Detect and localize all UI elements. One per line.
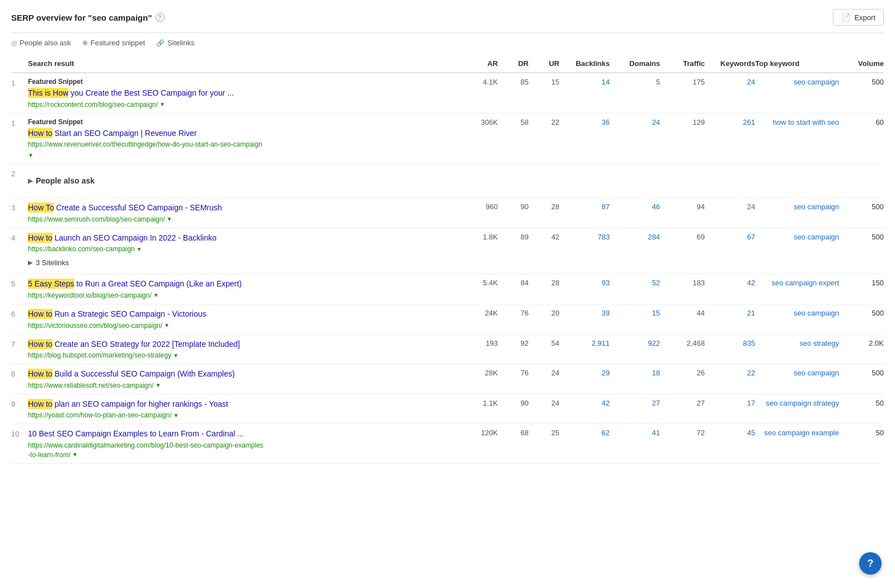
row-3-backlinks[interactable]: 87	[559, 203, 610, 211]
row-1b-highlight: How to	[28, 128, 53, 138]
row-6-keywords[interactable]: 21	[705, 309, 755, 317]
filter-people-also-ask[interactable]: ◎ People also ask	[11, 39, 71, 47]
row-3-keywords[interactable]: 24	[705, 203, 755, 211]
row-8-backlinks[interactable]: 29	[559, 369, 610, 377]
filter-featured-snippet[interactable]: ❋ Featured snippet	[82, 39, 145, 47]
row-3-title-rest: Create a Successful SEO Campaign - SEMru…	[56, 203, 222, 212]
row-1: 1 Featured Snippet This is How you Creat…	[11, 73, 884, 113]
row-1b-title[interactable]: How to Start an SEO Campaign | Revenue R…	[28, 128, 453, 139]
filter-sitelinks-label: Sitelinks	[167, 39, 194, 47]
row-1-url[interactable]: https://rockcontent.com/blog/seo-campaig…	[28, 101, 453, 109]
row-5-backlinks[interactable]: 93	[559, 279, 610, 287]
row-6-url[interactable]: https://victoriousseo.com/blog/seo-campa…	[28, 322, 453, 330]
row-4-url[interactable]: https://backlinko.com/seo-campaign ▼	[28, 245, 453, 253]
row-1b-keywords[interactable]: 261	[705, 118, 755, 126]
row-3-domains[interactable]: 46	[610, 203, 660, 211]
row-1b-title-rest: Start an SEO Campaign | Revenue River	[54, 129, 196, 138]
row-1-ur: 15	[529, 78, 559, 86]
row-9-top-keyword[interactable]: seo campaign strategy	[755, 399, 839, 407]
row-9-domains[interactable]: 27	[610, 399, 660, 407]
row-num-7: 7	[11, 339, 28, 349]
row-5-domains[interactable]: 52	[610, 279, 660, 287]
row-7-backlinks[interactable]: 2,911	[559, 339, 610, 347]
row-8-highlight: How to	[28, 369, 53, 379]
row-1b-backlinks[interactable]: 36	[559, 118, 610, 126]
row-3-url[interactable]: https://www.semrush.com/blog/seo-campaig…	[28, 215, 453, 223]
row-10-title[interactable]: 10 Best SEO Campaign Examples to Learn F…	[28, 429, 453, 440]
row-9-keywords[interactable]: 17	[705, 399, 755, 407]
row-5-url[interactable]: https://keywordtool.io/blog/seo-campaign…	[28, 291, 453, 299]
row-1-top-keyword[interactable]: seo campaign	[755, 78, 839, 86]
row-9-traffic: 27	[660, 399, 705, 407]
row-5-title[interactable]: 5 Easy Steps to Run a Great SEO Campaign…	[28, 279, 453, 290]
row-6-title[interactable]: How to Run a Strategic SEO Campaign - Vi…	[28, 309, 453, 320]
row-1-keywords[interactable]: 24	[705, 78, 755, 86]
row-1b-top-keyword[interactable]: how to start with seo	[755, 118, 839, 126]
row-3-top-keyword[interactable]: seo campaign	[755, 203, 839, 211]
row-1b-dropdown-arrow[interactable]: ▼	[28, 152, 34, 158]
row-10-url[interactable]: https://www.cardinaldigitalmarketing.com…	[28, 441, 453, 449]
table-row: 8 How to Build a Successful SEO Campaign…	[11, 364, 884, 394]
row-6-backlinks[interactable]: 39	[559, 309, 610, 317]
col-header-traffic: Traffic	[660, 59, 705, 68]
page-title: SERP overview for "seo campaign" ?	[11, 13, 164, 22]
row-4-backlinks[interactable]: 783	[559, 233, 610, 241]
col-header-ur: UR	[529, 59, 559, 68]
row-num-9: 9	[11, 399, 28, 408]
row-5-top-keyword[interactable]: seo campaign expert	[755, 279, 839, 287]
row-8-url[interactable]: https://www.reliablesoft.net/seo-campaig…	[28, 382, 453, 389]
row-7-keywords[interactable]: 835	[705, 339, 755, 347]
row-4-top-keyword[interactable]: seo campaign	[755, 233, 839, 241]
row-4-sitelinks-arrow[interactable]: ▶	[28, 259, 32, 266]
row-4-title[interactable]: How to Launch an SEO Campaign In 2022 - …	[28, 233, 453, 244]
row-9-backlinks[interactable]: 42	[559, 399, 610, 407]
row-9-title[interactable]: How to plan an SEO campaign for higher r…	[28, 399, 453, 410]
row-3-title[interactable]: How To Create a Successful SEO Campaign …	[28, 203, 453, 214]
row-8: 8 How to Build a Successful SEO Campaign…	[11, 364, 884, 394]
table-row: 5 5 Easy Steps to Run a Great SEO Campai…	[11, 274, 884, 304]
row-num-4: 4	[11, 233, 28, 242]
row-3-ur: 28	[529, 203, 559, 211]
row-10-backlinks[interactable]: 62	[559, 429, 610, 437]
table-row: 1 Featured Snippet This is How you Creat…	[11, 73, 884, 114]
row-1b-traffic: 129	[660, 118, 705, 126]
row-8-keywords[interactable]: 22	[705, 369, 755, 377]
row-1-title-rest: you Create the Best SEO Campaign for you…	[70, 88, 234, 97]
row-10-domains[interactable]: 41	[610, 429, 660, 437]
row-9-url[interactable]: https://yoast.com/how-to-plan-an-seo-cam…	[28, 411, 453, 419]
row-9-ur: 24	[529, 399, 559, 407]
row-7-top-keyword[interactable]: seo strategy	[755, 339, 839, 347]
row-5-highlight: 5 Easy Steps	[28, 279, 74, 289]
row-4-volume: 500	[839, 233, 884, 241]
row-1-backlinks[interactable]: 14	[559, 78, 610, 86]
row-4-domains[interactable]: 284	[610, 233, 660, 241]
title-help-icon[interactable]: ?	[156, 13, 164, 22]
row-1-domains[interactable]: 5	[610, 78, 660, 86]
row-8-domains[interactable]: 18	[610, 369, 660, 377]
row-1b-domains[interactable]: 24	[610, 118, 660, 126]
row-10-top-keyword[interactable]: seo campaign example	[755, 429, 839, 437]
row-1b: 1 Featured Snippet How to Start an SEO C…	[11, 114, 884, 164]
row-1b-url[interactable]: https://www.revenueriver.co/thecuttinged…	[28, 140, 453, 148]
result-cell-6: How to Run a Strategic SEO Campaign - Vi…	[28, 309, 453, 330]
row-1-title[interactable]: This is How you Create the Best SEO Camp…	[28, 88, 453, 99]
export-button[interactable]: 📄 Export	[833, 9, 884, 26]
row-10-keywords[interactable]: 45	[705, 429, 755, 437]
row-8-title[interactable]: How to Build a Successful SEO Campaign (…	[28, 369, 453, 380]
row-7-title[interactable]: How to Create an SEO Strategy for 2022 […	[28, 339, 453, 350]
row-7-domains[interactable]: 922	[610, 339, 660, 347]
row-4-keywords[interactable]: 67	[705, 233, 755, 241]
row-6-domains[interactable]: 15	[610, 309, 660, 317]
row-6-top-keyword[interactable]: seo campaign	[755, 309, 839, 317]
row-8-top-keyword[interactable]: seo campaign	[755, 369, 839, 377]
row-7-url[interactable]: https://blog.hubspot.com/marketing/seo-s…	[28, 351, 453, 359]
row-4-dr: 89	[498, 233, 529, 241]
result-cell-10: 10 Best SEO Campaign Examples to Learn F…	[28, 429, 453, 459]
row-10-url-2[interactable]: -to-learn-from/ ▼	[28, 451, 453, 459]
row-4-sitelinks[interactable]: ▶ 3 Sitelinks	[28, 256, 453, 269]
row-6-url-text: https://victoriousseo.com/blog/seo-campa…	[28, 322, 162, 330]
people-also-ask-arrow[interactable]: ▶	[28, 177, 32, 185]
row-5-keywords[interactable]: 42	[705, 279, 755, 287]
filter-sitelinks[interactable]: 🔗 Sitelinks	[156, 39, 194, 47]
row-4-ur: 42	[529, 233, 559, 241]
